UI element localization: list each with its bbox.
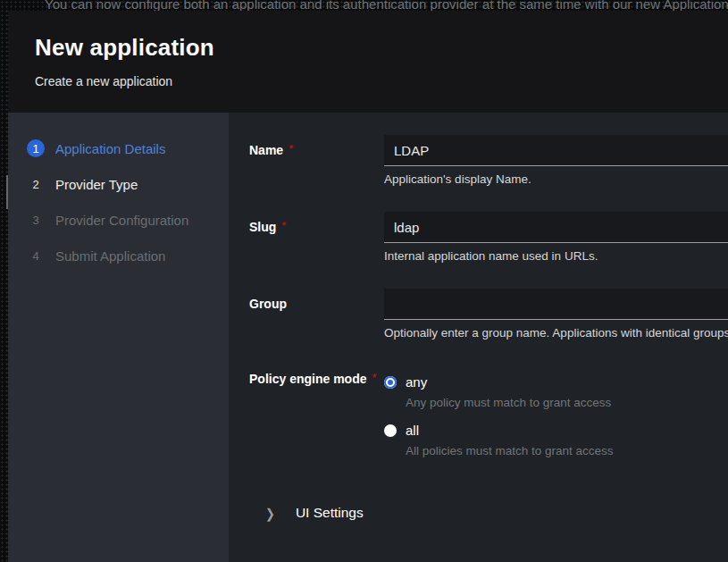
wizard-steps-nav: 1 Application Details 2 Provider Type 3 … [8, 113, 229, 562]
required-asterisk: * [289, 142, 293, 155]
form-group-name: Name* Application's display Name. [249, 135, 728, 186]
name-field-label: Name* [249, 135, 384, 186]
step-label: Submit Application [55, 248, 165, 264]
label-text: Slug [249, 220, 276, 234]
radio-any-label[interactable]: any [406, 374, 427, 390]
group-help-text: Optionally enter a group name. Applicati… [384, 326, 728, 340]
wizard-step-submit-application: 4 Submit Application [8, 238, 229, 273]
required-asterisk: * [372, 371, 376, 384]
form-group-policy-engine-mode: Policy engine mode* any Any policy must … [249, 365, 728, 471]
chevron-right-icon: ❯ [265, 505, 275, 520]
label-text: Policy engine mode [249, 372, 366, 386]
form-group-group: Group Optionally enter a group name. App… [249, 289, 728, 340]
radio-any[interactable] [384, 376, 397, 389]
radio-all-description: All policies must match to grant access [406, 444, 728, 457]
modal-title: New application [35, 34, 728, 62]
group-field-label: Group [249, 289, 384, 340]
required-asterisk: * [281, 219, 286, 232]
step-label: Provider Configuration [55, 213, 188, 228]
slug-input[interactable] [384, 212, 728, 243]
step-number: 2 [27, 175, 45, 193]
ui-settings-expander[interactable]: ❯ UI Settings [249, 505, 728, 521]
group-input[interactable] [384, 289, 728, 320]
radio-all[interactable] [384, 424, 397, 437]
policy-option-all: all All policies must match to grant acc… [384, 423, 728, 457]
step-label: Provider Type [55, 177, 138, 192]
wizard-step-application-details[interactable]: 1 Application Details [8, 130, 229, 166]
step-label: Application Details [55, 141, 165, 156]
policy-option-any: any Any policy must match to grant acces… [384, 374, 728, 409]
step-number: 3 [27, 211, 45, 229]
modal-header: New application Create a new application [8, 11, 728, 113]
modal-body: 1 Application Details 2 Provider Type 3 … [8, 113, 728, 562]
policy-engine-mode-label: Policy engine mode* [249, 365, 384, 471]
label-text: Group [249, 297, 287, 311]
step-number: 4 [27, 247, 45, 264]
label-text: Name [249, 143, 283, 157]
wizard-form-panel: Name* Application's display Name. Slug* … [229, 113, 728, 562]
form-group-slug: Slug* Internal application name used in … [249, 212, 728, 263]
slug-field-label: Slug* [249, 212, 384, 263]
slug-help-text: Internal application name used in URLs. [384, 249, 728, 263]
name-input[interactable] [384, 135, 728, 166]
radio-all-label[interactable]: all [406, 423, 419, 438]
modal-subtitle: Create a new application [35, 74, 728, 88]
wizard-step-provider-type[interactable]: 2 Provider Type [8, 166, 229, 202]
radio-any-description: Any policy must match to grant access [406, 396, 728, 409]
ui-settings-label: UI Settings [296, 505, 364, 521]
wizard-step-provider-configuration: 3 Provider Configuration [8, 202, 229, 238]
step-number-badge: 1 [27, 139, 45, 157]
new-application-modal: New application Create a new application… [8, 11, 728, 562]
name-help-text: Application's display Name. [384, 172, 728, 186]
